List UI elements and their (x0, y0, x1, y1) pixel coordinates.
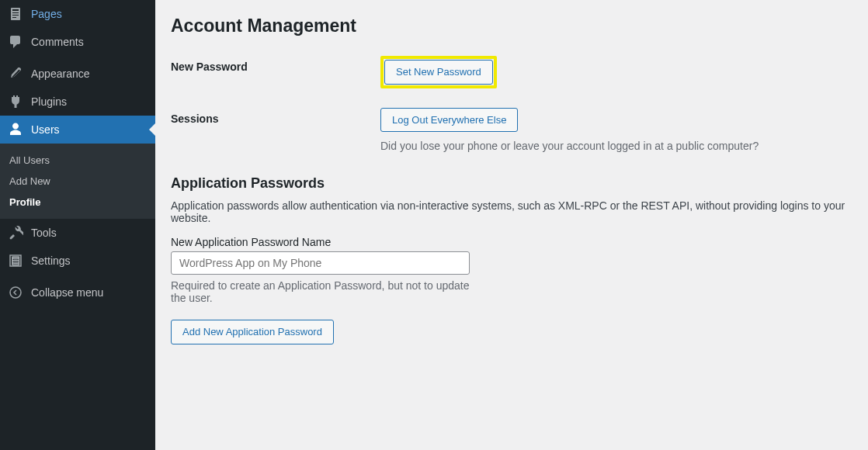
sidebar-item-comments[interactable]: Comments (0, 28, 155, 56)
sessions-control: Log Out Everywhere Else Did you lose you… (380, 108, 852, 153)
admin-sidebar: Pages Comments Appearance Plugins Users … (0, 0, 155, 450)
tools-icon (8, 225, 23, 241)
sidebar-item-label: Comments (31, 36, 84, 48)
collapse-icon (8, 285, 23, 300)
application-passwords-heading: Application Passwords (171, 175, 852, 192)
new-app-password-group: New Application Password Name Required t… (171, 236, 852, 304)
submenu-item-add-new[interactable]: Add New (0, 171, 155, 192)
sidebar-item-label: Users (31, 123, 60, 136)
sidebar-item-pages[interactable]: Pages (0, 0, 155, 28)
sessions-row: Sessions Log Out Everywhere Else Did you… (171, 108, 852, 153)
sidebar-item-label: Tools (31, 227, 57, 239)
main-content: Account Management New Password Set New … (155, 0, 868, 450)
add-app-password-button[interactable]: Add New Application Password (171, 320, 334, 344)
svg-point-4 (10, 287, 21, 298)
new-password-control: Set New Password (380, 56, 852, 88)
sidebar-item-label: Settings (31, 254, 71, 267)
account-management-heading: Account Management (171, 16, 852, 36)
highlight-annotation: Set New Password (380, 56, 497, 88)
new-password-label: New Password (171, 56, 380, 73)
logout-everywhere-button[interactable]: Log Out Everywhere Else (380, 108, 518, 133)
sidebar-item-label: Appearance (31, 68, 90, 80)
appearance-icon (8, 66, 23, 81)
sidebar-item-appearance[interactable]: Appearance (0, 60, 155, 88)
sidebar-item-label: Collapse menu (31, 286, 103, 299)
submenu-item-all-users[interactable]: All Users (0, 150, 155, 171)
sidebar-item-label: Plugins (31, 95, 67, 108)
new-app-password-input[interactable] (171, 251, 470, 275)
comments-icon (8, 34, 23, 50)
pages-icon (8, 6, 23, 22)
sidebar-item-tools[interactable]: Tools (0, 219, 155, 247)
sidebar-item-label: Pages (31, 8, 62, 20)
sessions-description: Did you lose your phone or leave your ac… (380, 140, 852, 152)
sidebar-item-plugins[interactable]: Plugins (0, 88, 155, 116)
submenu-item-profile[interactable]: Profile (0, 192, 155, 213)
new-app-password-help: Required to create an Application Passwo… (171, 279, 470, 304)
sidebar-item-collapse[interactable]: Collapse menu (0, 279, 155, 306)
users-icon (8, 122, 23, 137)
sidebar-item-users[interactable]: Users (0, 116, 155, 144)
sidebar-item-settings[interactable]: Settings (0, 247, 155, 275)
users-submenu: All Users Add New Profile (0, 144, 155, 219)
new-password-row: New Password Set New Password (171, 56, 852, 88)
plugins-icon (8, 94, 23, 109)
set-new-password-button[interactable]: Set New Password (384, 60, 493, 85)
add-app-password-wrapper: Add New Application Password (171, 320, 852, 344)
settings-icon (8, 253, 23, 268)
new-app-password-label: New Application Password Name (171, 236, 852, 248)
application-passwords-description: Application passwords allow authenticati… (171, 199, 852, 224)
sessions-label: Sessions (171, 108, 380, 125)
